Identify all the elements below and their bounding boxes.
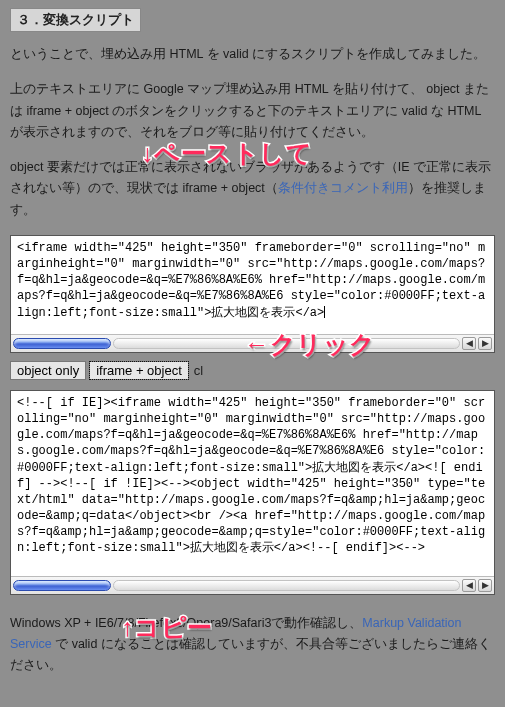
footer-text-pre: Windows XP + IE6/7/8/Firefox3/Opera9/Saf… [10, 616, 362, 630]
scroll-thumb[interactable] [13, 338, 111, 349]
button-row: object only iframe + object cl [10, 361, 495, 380]
output-textarea-container: <!--[ if IE]><iframe width="425" height=… [10, 390, 495, 595]
object-only-button[interactable]: object only [10, 361, 86, 380]
footer-paragraph: Windows XP + IE6/7/8/Firefox3/Opera9/Saf… [10, 613, 495, 677]
input-textarea-container: <iframe width="425" height="350" framebo… [10, 235, 495, 353]
paragraph-note: object 要素だけでは正常に表示されないブラウザがあるようです（IE で正常… [10, 157, 495, 221]
truncated-button[interactable]: cl [194, 363, 203, 378]
conditional-comment-link[interactable]: 条件付きコメント利用 [278, 181, 408, 195]
scroll-track[interactable] [113, 338, 460, 349]
horizontal-scrollbar[interactable]: ◀ ▶ [11, 334, 494, 352]
input-textarea[interactable]: <iframe width="425" height="350" framebo… [11, 236, 494, 334]
scroll-right-button[interactable]: ▶ [478, 579, 492, 592]
footer-text-post: で valid になることは確認していますが、不具合等ございましたらご連絡くださ… [10, 637, 491, 672]
horizontal-scrollbar-2[interactable]: ◀ ▶ [11, 576, 494, 594]
output-textarea[interactable]: <!--[ if IE]><iframe width="425" height=… [11, 391, 494, 576]
paragraph-intro: ということで、埋め込み用 HTML を valid にするスクリプトを作成してみ… [10, 44, 495, 65]
scroll-track[interactable] [113, 580, 460, 591]
section-heading: ３．変換スクリプト [10, 8, 141, 32]
text-cursor [324, 306, 325, 318]
paragraph-instructions: 上のテキストエリアに Google マップ埋め込み用 HTML を貼り付けて、 … [10, 79, 495, 143]
scroll-left-button[interactable]: ◀ [462, 579, 476, 592]
scroll-right-button[interactable]: ▶ [478, 337, 492, 350]
iframe-object-button[interactable]: iframe + object [89, 361, 189, 380]
scroll-thumb[interactable] [13, 580, 111, 591]
scroll-left-button[interactable]: ◀ [462, 337, 476, 350]
